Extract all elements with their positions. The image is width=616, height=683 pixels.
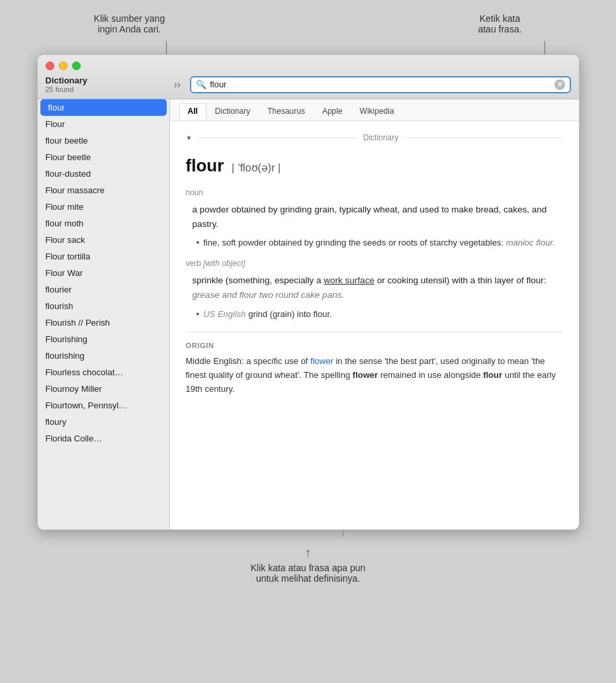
sidebar-item[interactable]: flour beetle	[38, 132, 169, 149]
sidebar: flour Flour flour beetle Flour beetle fl…	[38, 99, 170, 529]
arrow-up-icon: ↑	[37, 546, 580, 560]
sidebar-item[interactable]: Flour sack	[38, 232, 169, 248]
tab-thesaurus[interactable]: Thesaurus	[259, 103, 314, 120]
found-count: 25 found	[46, 85, 165, 93]
collapse-triangle[interactable]: ▼	[186, 133, 193, 143]
content-area: flour Flour flour beetle Flour beetle fl…	[38, 99, 579, 529]
sidebar-item[interactable]: Flourishing	[38, 331, 169, 347]
annotation-type-word: Ketik kata atau frasa.	[447, 13, 553, 34]
sidebar-item[interactable]: flour-dusted	[38, 165, 169, 182]
verb-sub-definition: • US English grind (grain) into flour.	[186, 308, 563, 321]
bottom-annotation-text: Klik kata atau frasa apa pun untuk melih…	[37, 563, 580, 584]
sidebar-item[interactable]: flourishing	[38, 347, 169, 364]
sidebar-item[interactable]: flourish	[38, 298, 169, 314]
sidebar-item[interactable]: flour moth	[38, 215, 169, 232]
origin-label: ORIGIN	[186, 340, 563, 351]
sidebar-item[interactable]: Flour mite	[38, 199, 169, 215]
verb-label: verb	[186, 259, 201, 268]
sidebar-item[interactable]: Flour beetle	[38, 149, 169, 165]
noun-definition: a powder obtained by grinding grain, typ…	[186, 203, 563, 231]
verb-sub-text: US English grind (grain) into flour.	[203, 308, 331, 321]
header-line-right	[405, 138, 562, 138]
origin-text: Middle English: a specific use of flower…	[186, 355, 563, 396]
noun-label: noun	[186, 188, 204, 197]
section-header: ▼ Dictionary	[186, 132, 563, 144]
search-icon: 🔍	[196, 79, 206, 89]
annotation-click-source: Klik sumber yang ingin Anda cari.	[64, 13, 196, 34]
sidebar-item[interactable]: Flour	[38, 116, 169, 132]
toolbar: Dictionary 25 found ›› 🔍 ✕	[46, 75, 571, 99]
sidebar-item[interactable]: Flourish // Perish	[38, 314, 169, 331]
bottom-annotation: ↑ Klik kata atau frasa apa pun untuk mel…	[37, 546, 580, 584]
us-english-label: US English	[203, 309, 245, 319]
tab-dictionary[interactable]: Dictionary	[206, 103, 259, 120]
navigation-button[interactable]: ››	[171, 79, 184, 91]
verb-pos: verb [with object]	[186, 257, 563, 269]
noun-sub-text: fine, soft powder obtained by grinding t…	[203, 236, 554, 250]
app-title: Dictionary	[46, 75, 165, 85]
sidebar-item[interactable]: Flournoy Miller	[38, 381, 169, 397]
header-line-left	[198, 138, 356, 138]
minimize-button[interactable]	[59, 62, 67, 70]
work-surface-link[interactable]: work surface	[324, 275, 374, 285]
maximize-button[interactable]	[72, 62, 81, 70]
flower-link[interactable]: flower	[310, 356, 333, 366]
noun-pos: noun	[186, 187, 563, 199]
tab-apple[interactable]: Apple	[314, 103, 351, 120]
verb-example: grease and flour two round cake pans.	[193, 290, 345, 300]
origin-bold-flower: flower	[353, 370, 378, 380]
sidebar-item[interactable]: Flourless chocolat…	[38, 364, 169, 381]
search-input[interactable]	[210, 79, 550, 89]
titlebar: Dictionary 25 found ›› 🔍 ✕	[38, 55, 579, 99]
sidebar-item-flour[interactable]: flour	[40, 99, 167, 116]
dictionary-content: ▼ Dictionary flour | ˈfloʊ(ə)r | noun a …	[170, 121, 579, 529]
verb-detail: [with object]	[203, 259, 245, 268]
sidebar-item[interactable]: Flour War	[38, 265, 169, 281]
top-annotations: Klik sumber yang ingin Anda cari. Ketik …	[37, 13, 580, 34]
phonetic: | ˈfloʊ(ə)r |	[232, 162, 281, 173]
tabs-bar: All Dictionary Thesaurus Apple Wikipedia	[170, 99, 579, 121]
bullet-icon: •	[197, 236, 200, 250]
noun-sub-definition: • fine, soft powder obtained by grinding…	[186, 236, 563, 250]
noun-example: manioc flour.	[506, 238, 555, 248]
sidebar-item[interactable]: Flourtown, Pennsyl…	[38, 397, 169, 414]
origin-bold-flour: flour	[483, 370, 502, 380]
sidebar-item[interactable]: Flour tortilla	[38, 248, 169, 265]
bullet-icon-2: •	[197, 308, 200, 321]
traffic-lights	[46, 62, 571, 70]
word-title: flour	[186, 156, 224, 175]
section-title: Dictionary	[363, 132, 398, 144]
sidebar-item[interactable]: Flour massacre	[38, 182, 169, 199]
tab-wikipedia[interactable]: Wikipedia	[351, 103, 403, 120]
origin-section: ORIGIN Middle English: a specific use of…	[186, 332, 563, 396]
close-button[interactable]	[46, 62, 54, 70]
word-header: flour | ˈfloʊ(ə)r |	[186, 153, 563, 179]
app-window: Dictionary 25 found ›› 🔍 ✕ flour Flour f…	[37, 54, 580, 530]
toolbar-info: Dictionary 25 found	[46, 75, 165, 93]
main-panel: All Dictionary Thesaurus Apple Wikipedia…	[170, 99, 579, 529]
verb-definition: sprinkle (something, especially a work s…	[186, 273, 563, 302]
sidebar-item[interactable]: floury	[38, 414, 169, 430]
sidebar-item[interactable]: Florida Colle…	[38, 430, 169, 447]
search-container: 🔍 ✕	[190, 76, 570, 93]
sidebar-item[interactable]: flourier	[38, 281, 169, 298]
tab-all[interactable]: All	[179, 103, 206, 120]
verb-sub-def: grind (grain) into flour.	[248, 309, 331, 319]
search-clear-button[interactable]: ✕	[554, 79, 565, 90]
